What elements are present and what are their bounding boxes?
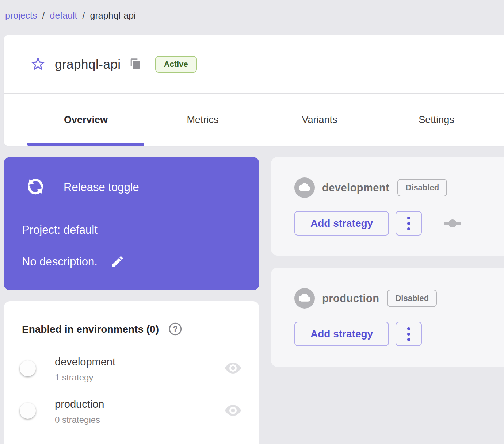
tab-settings[interactable]: Settings [378, 94, 495, 146]
environment-name: development [322, 182, 389, 194]
tab-variants[interactable]: Variants [261, 94, 378, 146]
add-strategy-button-development[interactable]: Add strategy [294, 211, 389, 236]
cloud-icon [299, 292, 310, 305]
environment-status-badge: Disabled [387, 290, 437, 307]
environment-card-development: development Disabled Add strategy [271, 157, 504, 256]
pencil-icon [111, 254, 125, 269]
environment-status-badge: Disabled [397, 179, 447, 196]
copy-icon [130, 58, 141, 71]
breadcrumb-default-link[interactable]: default [50, 10, 77, 21]
tab-bar: Overview Metrics Variants Settings [4, 94, 504, 146]
feature-header-card: graphql-api Active Overview Metrics Vari… [4, 35, 504, 146]
enabled-panel-title: Enabled in environments (0) [22, 324, 159, 335]
tab-metrics[interactable]: Metrics [144, 94, 261, 146]
environment-card-production: production Disabled Add strategy [271, 268, 504, 367]
environment-actions: Add strategy [294, 211, 461, 236]
environment-row-name: production [55, 398, 104, 410]
toggle-knob [20, 360, 36, 376]
environment-row-name: development [55, 356, 115, 368]
strategy-slider-icon [444, 215, 461, 232]
kebab-icon [407, 327, 410, 341]
visibility-button-production[interactable] [224, 403, 242, 418]
breadcrumb-separator: / [83, 10, 85, 21]
environment-actions: Add strategy [294, 322, 422, 346]
environment-header: production Disabled [294, 288, 437, 309]
environment-menu-button-production[interactable] [396, 322, 422, 346]
help-icon: ? [168, 322, 182, 337]
cloud-icon [299, 181, 310, 194]
feature-type-row: Release toggle [24, 175, 139, 199]
tab-overview[interactable]: Overview [27, 94, 144, 146]
environment-avatar [294, 288, 315, 309]
breadcrumb: projects / default / graphql-api [5, 10, 136, 21]
status-badge: Active [155, 56, 197, 73]
breadcrumb-projects-link[interactable]: projects [5, 10, 37, 21]
help-button[interactable]: ? [168, 322, 182, 336]
environment-toggle-production[interactable] [22, 406, 45, 416]
toggle-knob [20, 403, 36, 419]
environment-toggle-row-production: production 0 strategies [4, 398, 259, 428]
breadcrumb-current: graphql-api [90, 10, 136, 21]
environment-row-strategies: 1 strategy [55, 372, 115, 383]
enabled-panel-header: Enabled in environments (0) ? [22, 322, 182, 336]
feature-overview-page: projects / default / graphql-api graphql… [0, 0, 504, 444]
environment-menu-button-development[interactable] [396, 211, 422, 236]
feature-project-label: Project: default [22, 223, 98, 237]
svg-text:?: ? [173, 325, 177, 333]
page-title: graphql-api [55, 57, 121, 72]
active-tab-indicator [27, 143, 144, 146]
enabled-environments-panel: Enabled in environments (0) ? developmen… [4, 301, 259, 444]
environment-toggle-row-development: development 1 strategy [4, 356, 259, 385]
eye-icon [224, 404, 242, 418]
feature-header: graphql-api Active [4, 35, 504, 93]
feature-type-card: Release toggle Project: default No descr… [4, 157, 259, 290]
kebab-icon [407, 217, 410, 230]
release-toggle-icon [24, 175, 47, 199]
environment-header: development Disabled [294, 177, 447, 198]
environment-avatar [294, 177, 315, 198]
environment-toggle-development[interactable] [22, 363, 45, 374]
feature-description: No description. [22, 255, 98, 268]
environment-row-strategies: 0 strategies [55, 415, 104, 425]
feature-type-label: Release toggle [64, 181, 139, 194]
copy-name-button[interactable] [129, 58, 142, 71]
add-strategy-button-production[interactable]: Add strategy [294, 322, 389, 346]
edit-description-button[interactable] [110, 254, 125, 269]
star-icon [30, 56, 46, 73]
favorite-button[interactable] [29, 56, 47, 73]
environment-name: production [322, 292, 379, 305]
eye-icon [224, 361, 242, 376]
visibility-button-development[interactable] [224, 361, 242, 376]
feature-description-row: No description. [22, 254, 125, 269]
breadcrumb-separator: / [42, 10, 45, 21]
